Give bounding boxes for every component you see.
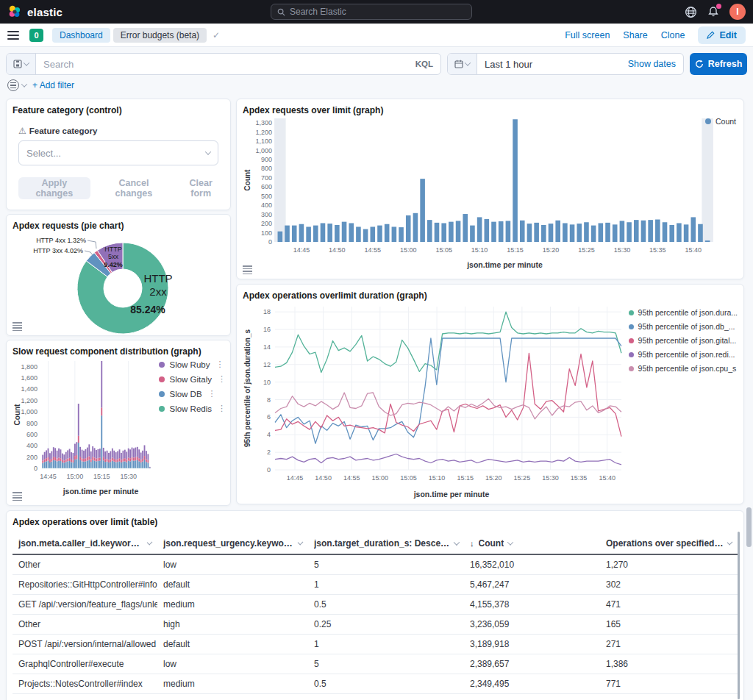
table-cell: Other [13, 554, 157, 575]
svg-text:100: 100 [261, 229, 272, 237]
apply-changes-button[interactable]: Apply changes [18, 177, 90, 199]
svg-text:Count: Count [13, 404, 21, 426]
legend-actions-icon[interactable]: ⋮ [218, 374, 226, 384]
legend-item[interactable]: 95th percentile of json.cpu_s [629, 364, 738, 373]
table-cell: medium [157, 674, 308, 694]
table-scrollbar-thumb[interactable] [738, 532, 740, 699]
clear-form-button[interactable]: Clear form [177, 178, 224, 199]
status-badge[interactable]: 0 [29, 29, 43, 42]
legend-item[interactable]: 95th percentile of json.dura... [629, 308, 738, 317]
table-row: GraphqlController#executelow52,389,6571,… [13, 654, 738, 674]
table-header-cell[interactable]: ↓Count [464, 535, 600, 554]
share-button[interactable]: Share [623, 30, 647, 40]
table-cell: default [157, 635, 308, 654]
legend-item[interactable]: 95th percentile of json.gital... [629, 336, 738, 345]
user-avatar[interactable]: I [729, 4, 746, 20]
svg-text:600: 600 [261, 183, 272, 190]
saved-query-menu-button[interactable] [7, 54, 36, 74]
legend-actions-icon[interactable]: ⋮ [208, 389, 216, 399]
svg-text:6: 6 [267, 413, 271, 421]
legend-label: Slow DB [169, 390, 201, 399]
table-cell: 302 [600, 575, 738, 595]
chart-svg: 02004006008001,0001,2001,4001,6001,80014… [13, 357, 154, 483]
deployment-icon[interactable] [685, 6, 697, 18]
checkmark-icon[interactable]: ✓ [213, 30, 220, 40]
filter-menu-icon[interactable] [7, 79, 19, 91]
table-header-cell[interactable]: Operations over specified threshold... [600, 535, 738, 554]
table-cell: 2,329,943 [464, 694, 600, 700]
pie-chart-canvas[interactable]: HTTP2xx85.24%HTTP5xx9.42%HTTP 4xx 1.32%H… [13, 231, 224, 338]
legend-item[interactable]: Slow DB⋮ [159, 389, 226, 399]
table-cell: Other [13, 615, 157, 635]
show-dates-button[interactable]: Show dates [628, 54, 683, 74]
legend-actions-icon[interactable]: ⋮ [218, 404, 226, 413]
svg-text:14:55: 14:55 [365, 246, 382, 254]
legend-item[interactable]: Slow Gitaly⋮ [159, 374, 226, 384]
table-cell: low [157, 554, 308, 575]
svg-text:2: 2 [267, 449, 271, 456]
svg-text:15:40: 15:40 [599, 474, 615, 482]
svg-text:HTTP 3xx 4.02%: HTTP 3xx 4.02% [33, 247, 83, 254]
notification-dot [716, 4, 721, 9]
legend-dot [629, 338, 634, 343]
legend-item[interactable]: 95th percentile of json.db_... [629, 322, 738, 331]
time-range-value[interactable]: Last 1 hour [477, 54, 628, 74]
panel-options-icon[interactable] [13, 322, 22, 331]
svg-text:1,300: 1,300 [255, 119, 272, 126]
page-scrollbar-thumb[interactable] [746, 507, 752, 547]
panel-feature-category-control: Feature category (control) ⚠ Feature cat… [6, 99, 231, 210]
table-header-cell[interactable]: json.meta.caller_id.keyword: Desce... [13, 535, 157, 554]
breadcrumb-dashboard[interactable]: Dashboard [52, 28, 110, 43]
feature-category-select[interactable]: Select... [18, 140, 218, 165]
panel-options-icon[interactable] [13, 492, 22, 501]
legend-item[interactable]: Slow Ruby⋮ [159, 360, 226, 369]
svg-text:1,200: 1,200 [255, 129, 272, 136]
logo-text: elastic [27, 6, 63, 18]
bar-chart-canvas[interactable]: 01002003004005006007008009001,0001,1001,… [243, 115, 738, 260]
breadcrumb-current[interactable]: Error budgets (beta) [113, 28, 207, 43]
notifications-bell-icon[interactable] [707, 6, 719, 18]
svg-text:15:10: 15:10 [471, 246, 488, 254]
panel-options-icon[interactable] [243, 265, 252, 274]
full-screen-button[interactable]: Full screen [565, 30, 610, 40]
svg-text:14: 14 [263, 343, 271, 351]
panel-title: Apdex operations over limit (table) [13, 517, 738, 527]
nav-menu-icon[interactable] [7, 31, 19, 40]
svg-text:15:30: 15:30 [614, 246, 631, 254]
cancel-changes-button[interactable]: Cancel changes [101, 178, 168, 199]
calendar-menu-button[interactable] [448, 54, 477, 74]
table-cell: 5,467,247 [464, 575, 600, 595]
add-filter-button[interactable]: + Add filter [32, 80, 74, 90]
legend-dot [159, 376, 165, 382]
legend-item[interactable]: Count [705, 117, 736, 126]
dashboard-page: elastic Search Elastic I [0, 0, 753, 700]
table-cell: medium [157, 595, 308, 615]
svg-text:1,400: 1,400 [21, 385, 38, 393]
chevron-down-icon [297, 540, 303, 546]
legend-item[interactable]: Slow Redis⋮ [159, 404, 226, 413]
edit-button[interactable]: Edit [698, 26, 746, 44]
table-header-cell[interactable]: json.request_urgency.keyword: Des... [157, 535, 308, 554]
kql-search-input[interactable]: Search [36, 54, 415, 74]
table-cell: 771 [600, 674, 738, 694]
svg-text:15:15: 15:15 [507, 246, 524, 254]
elastic-logo[interactable]: elastic [7, 4, 63, 19]
chevron-down-icon [24, 60, 29, 65]
refresh-button[interactable]: Refresh [690, 53, 747, 75]
svg-text:15:05: 15:05 [400, 474, 417, 482]
table-header-cell[interactable]: json.target_duration_s: Descending [308, 535, 464, 554]
legend-label: 95th percentile of json.gital... [638, 336, 737, 345]
table-cell: high [157, 615, 308, 635]
svg-text:15:35: 15:35 [571, 474, 588, 482]
svg-text:HTTP: HTTP [104, 246, 122, 253]
global-search-input[interactable]: Search Elastic [271, 4, 472, 20]
svg-text:12: 12 [263, 361, 271, 368]
clone-button[interactable]: Clone [661, 30, 685, 40]
legend-actions-icon[interactable]: ⋮ [215, 360, 224, 369]
table-row: POST /api/:version/internal/alloweddefau… [13, 635, 738, 654]
table-cell: GET /api/:version/feature_flags/unleash.… [13, 595, 157, 615]
x-axis-label: json.time per minute [35, 487, 167, 496]
svg-text:0: 0 [34, 465, 38, 472]
legend-item[interactable]: 95th percentile of json.redi... [629, 350, 738, 359]
kql-toggle[interactable]: KQL [415, 60, 440, 68]
